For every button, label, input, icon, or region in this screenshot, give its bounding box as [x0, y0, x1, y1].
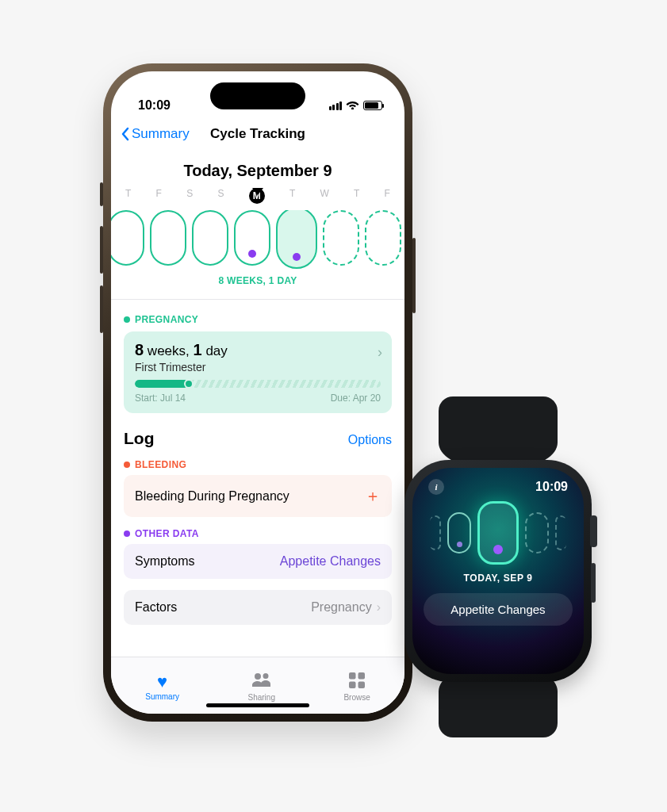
- bleeding-row[interactable]: Bleeding During Pregnancy ＋: [124, 475, 392, 517]
- cellular-icon: [329, 102, 343, 110]
- phone-side-button: [412, 238, 416, 313]
- cycle-day-pill[interactable]: [111, 210, 144, 266]
- pregnancy-section-text: PREGNANCY: [135, 314, 198, 325]
- status-time: 10:09: [138, 98, 171, 113]
- content-area[interactable]: Today, September 9 T F S S M T W T F: [111, 151, 404, 657]
- chevron-right-icon: ›: [378, 344, 382, 361]
- pregnancy-progress-bar: [135, 380, 381, 388]
- pregnancy-due: Due: Apr 20: [331, 393, 381, 404]
- tab-sharing-label: Sharing: [247, 693, 274, 702]
- cycle-day-pill-today[interactable]: [477, 501, 519, 565]
- watch-strap: [439, 396, 558, 466]
- dot-icon: [124, 316, 130, 323]
- pregnancy-card[interactable]: 8 weeks, 1 day First Trimester › Start: …: [124, 331, 392, 413]
- battery-icon: [363, 101, 382, 110]
- cycle-day-pill[interactable]: [525, 512, 549, 553]
- add-icon[interactable]: ＋: [365, 485, 381, 507]
- symptoms-value: Appetite Changes: [280, 554, 381, 569]
- day-label: T: [289, 188, 295, 204]
- gestation-caption: 8 WEEKS, 1 DAY: [124, 275, 392, 286]
- cycle-day-pill[interactable]: [555, 515, 566, 550]
- svg-rect-3: [358, 682, 366, 689]
- day-label: S: [217, 188, 224, 204]
- cycle-day-pill-today[interactable]: [276, 210, 317, 269]
- tab-summary[interactable]: ♥ Summary: [145, 673, 179, 701]
- watch-symptom-row[interactable]: Appetite Changes: [424, 593, 573, 626]
- dynamic-island: [210, 82, 305, 109]
- watch-date: TODAY, SEP 9: [463, 573, 532, 584]
- watch-side-button: [591, 563, 596, 603]
- pregnancy-start: Start: Jul 14: [135, 393, 186, 404]
- symptoms-title: Symptoms: [135, 554, 195, 569]
- cycle-day-pill[interactable]: [430, 515, 441, 550]
- back-button[interactable]: Summary: [121, 126, 190, 142]
- log-dot-icon: [457, 542, 462, 547]
- chevron-left-icon: [121, 127, 130, 141]
- cycle-day-pill[interactable]: [234, 210, 270, 266]
- day-label: F: [156, 188, 162, 204]
- digital-crown: [590, 515, 597, 547]
- cycle-day-pill[interactable]: [323, 210, 359, 266]
- factors-row[interactable]: Factors Pregnancy ›: [124, 590, 392, 625]
- day-label: W: [320, 188, 328, 204]
- tab-browse-label: Browse: [343, 693, 370, 702]
- watch-cycle-row[interactable]: [430, 501, 566, 565]
- cycle-day-pill[interactable]: [447, 512, 471, 553]
- info-icon[interactable]: i: [428, 479, 444, 495]
- people-icon: [251, 672, 272, 691]
- phone-volume-down: [100, 285, 103, 333]
- day-label: F: [385, 188, 390, 204]
- phone-screen: 10:09 Summary Cycle Tracking Today, Sept: [111, 71, 404, 714]
- day-label: T: [354, 188, 359, 204]
- bleeding-section-label: BLEEDING: [124, 459, 392, 470]
- other-data-label-text: OTHER DATA: [135, 528, 199, 539]
- log-dot-icon: [493, 545, 503, 554]
- today-heading: Today, September 9: [124, 162, 392, 180]
- log-options-button[interactable]: Options: [348, 433, 392, 447]
- log-header: Log Options: [124, 429, 392, 448]
- chevron-right-icon: ›: [377, 600, 381, 615]
- pregnancy-dates: Start: Jul 14 Due: Apr 20: [135, 393, 381, 404]
- week-strip[interactable]: T F S S M T W T F: [124, 188, 392, 286]
- nav-bar: Summary Cycle Tracking: [111, 117, 404, 151]
- bleeding-label-text: BLEEDING: [135, 459, 186, 470]
- pregnancy-duration: 8 weeks, 1 day: [135, 341, 381, 359]
- pregnancy-trimester: First Trimester: [135, 361, 381, 373]
- home-indicator[interactable]: [206, 703, 309, 707]
- log-title: Log: [124, 429, 154, 448]
- today-marker-icon: [252, 188, 263, 195]
- day-label: T: [125, 188, 131, 204]
- tab-browse[interactable]: Browse: [343, 672, 370, 702]
- log-dot-icon: [248, 250, 256, 258]
- dot-icon: [124, 462, 130, 468]
- log-dot-icon: [293, 253, 301, 261]
- other-data-section-label: OTHER DATA: [124, 528, 392, 539]
- svg-rect-2: [349, 682, 356, 689]
- pregnancy-section-label: PREGNANCY: [124, 314, 392, 325]
- factors-value: Pregnancy ›: [311, 600, 381, 615]
- day-label: S: [186, 188, 193, 204]
- symptoms-row[interactable]: Symptoms Appetite Changes: [124, 544, 392, 579]
- phone-volume-up: [100, 226, 103, 274]
- cycle-day-pill[interactable]: [365, 210, 401, 266]
- svg-rect-1: [358, 672, 366, 680]
- factors-title: Factors: [135, 600, 177, 615]
- cycle-day-pill[interactable]: [150, 210, 186, 266]
- phone-mute-switch: [100, 182, 103, 206]
- cycle-pill-row[interactable]: [111, 210, 404, 269]
- dot-icon: [124, 530, 130, 537]
- tab-sharing[interactable]: Sharing: [247, 672, 274, 702]
- watch-case: i 10:09 TODAY, SEP 9 Appetite Changes: [404, 460, 592, 682]
- heart-icon: ♥: [157, 673, 167, 691]
- grid-icon: [349, 672, 365, 691]
- wifi-icon: [346, 98, 359, 113]
- svg-rect-0: [349, 672, 356, 680]
- cycle-day-pill[interactable]: [192, 210, 228, 266]
- watch-time: 10:09: [535, 480, 568, 494]
- tab-summary-label: Summary: [145, 692, 179, 701]
- apple-watch-device: i 10:09 TODAY, SEP 9 Appetite Changes: [395, 396, 601, 737]
- watch-status-bar: i 10:09: [424, 479, 573, 495]
- watch-screen: i 10:09 TODAY, SEP 9 Appetite Changes: [412, 468, 584, 674]
- back-label: Summary: [132, 126, 190, 142]
- divider: [111, 299, 404, 300]
